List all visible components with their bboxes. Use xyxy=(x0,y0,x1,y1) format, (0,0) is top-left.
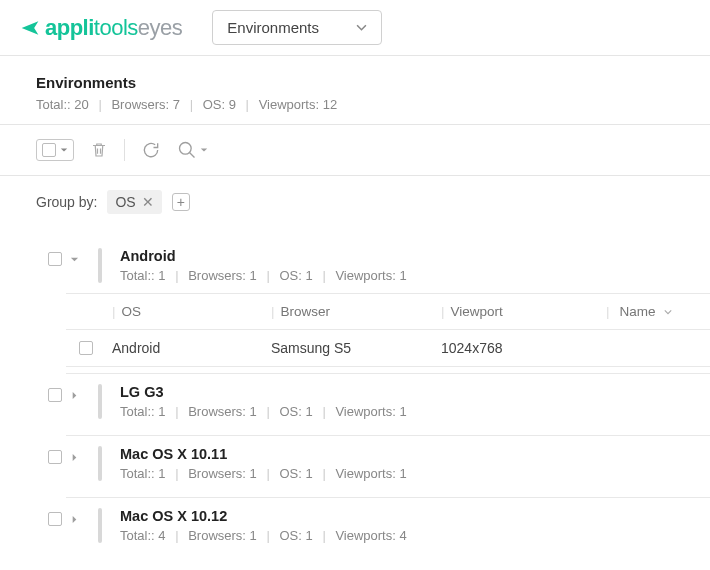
group-header: LG G3 Total:: 1 | Browsers: 1 | OS: 1 | … xyxy=(36,376,710,429)
gs-browsers-label: Browsers: xyxy=(188,466,246,481)
stat-sep: | xyxy=(322,404,325,419)
group-header: Mac OS X 10.12 Total:: 4 | Browsers: 1 |… xyxy=(36,500,710,553)
close-icon[interactable]: ✕ xyxy=(142,194,154,210)
stat-sep: | xyxy=(98,97,101,112)
group-controls xyxy=(48,446,88,464)
gs-os-value: 1 xyxy=(306,268,313,283)
stat-sep: | xyxy=(175,466,178,481)
search-button[interactable] xyxy=(177,140,208,160)
group-stats: Total:: 1 | Browsers: 1 | OS: 1 | Viewpo… xyxy=(120,268,407,283)
group-android: Android Total:: 1 | Browsers: 1 | OS: 1 … xyxy=(36,240,710,374)
refresh-button[interactable] xyxy=(141,140,161,160)
group-checkbox[interactable] xyxy=(48,388,62,402)
group-name: LG G3 xyxy=(120,384,407,400)
chevron-down-icon xyxy=(664,308,672,316)
page-stats: Total:: 20 | Browsers: 7 | OS: 9 | Viewp… xyxy=(36,97,674,112)
cell-viewport: 1024x768 xyxy=(441,340,606,356)
gs-total-value: 1 xyxy=(158,404,165,419)
expand-icon[interactable] xyxy=(70,515,79,524)
expand-icon[interactable] xyxy=(70,453,79,462)
logo-part1: appli xyxy=(45,15,94,40)
group-body: LG G3 Total:: 1 | Browsers: 1 | OS: 1 | … xyxy=(112,384,407,419)
group-divider xyxy=(66,497,710,498)
select-all-combo[interactable] xyxy=(36,139,74,161)
gs-viewports-label: Viewports: xyxy=(335,466,395,481)
gs-viewports-label: Viewports: xyxy=(335,404,395,419)
toolbar xyxy=(0,125,710,176)
gs-browsers-value: 1 xyxy=(250,268,257,283)
group-checkbox[interactable] xyxy=(48,512,62,526)
add-group-button[interactable]: + xyxy=(172,193,190,211)
group-name: Mac OS X 10.11 xyxy=(120,446,407,462)
group-name: Mac OS X 10.12 xyxy=(120,508,407,524)
stat-os-value: 9 xyxy=(229,97,236,112)
gs-os-label: OS: xyxy=(279,268,301,283)
group-checkbox[interactable] xyxy=(48,252,62,266)
group-divider xyxy=(66,435,710,436)
stat-sep: | xyxy=(322,268,325,283)
th-os[interactable]: |OS xyxy=(106,304,271,319)
expand-icon[interactable] xyxy=(70,391,79,400)
group-lg-g3: LG G3 Total:: 1 | Browsers: 1 | OS: 1 | … xyxy=(36,376,710,436)
groupby-chip[interactable]: OS ✕ xyxy=(107,190,161,214)
gs-total-label: Total:: xyxy=(120,466,155,481)
collapse-icon[interactable] xyxy=(70,255,79,264)
nav-dropdown-label: Environments xyxy=(227,19,319,36)
stat-sep: | xyxy=(266,528,269,543)
cell-browser: Samsung S5 xyxy=(271,340,441,356)
group-accent-bar xyxy=(98,384,102,419)
th-viewport[interactable]: |Viewport xyxy=(441,304,606,319)
stat-os-label: OS: xyxy=(203,97,225,112)
stat-sep: | xyxy=(266,404,269,419)
logo-part3: eyes xyxy=(138,15,182,40)
stat-sep: | xyxy=(175,528,178,543)
gs-os-value: 1 xyxy=(306,466,313,481)
logo-mark-icon xyxy=(20,18,40,38)
gs-total-label: Total:: xyxy=(120,268,155,283)
group-name: Android xyxy=(120,248,407,264)
groups-list: Android Total:: 1 | Browsers: 1 | OS: 1 … xyxy=(0,228,710,553)
group-stats: Total:: 4 | Browsers: 1 | OS: 1 | Viewpo… xyxy=(120,528,407,543)
group-header: Mac OS X 10.11 Total:: 1 | Browsers: 1 |… xyxy=(36,438,710,491)
gs-viewports-label: Viewports: xyxy=(335,528,395,543)
group-checkbox[interactable] xyxy=(48,450,62,464)
gs-total-value: 1 xyxy=(158,268,165,283)
nav-dropdown[interactable]: Environments xyxy=(212,10,382,45)
group-divider xyxy=(66,373,710,374)
th-name[interactable]: |Name xyxy=(606,304,710,319)
delete-button[interactable] xyxy=(90,140,108,160)
logo-text: applitoolseyes xyxy=(45,15,182,41)
table-row[interactable]: Android Samsung S5 1024x768 xyxy=(66,329,710,367)
gs-os-label: OS: xyxy=(279,404,301,419)
trash-icon xyxy=(90,140,108,160)
gs-browsers-label: Browsers: xyxy=(188,404,246,419)
groupby-row: Group by: OS ✕ + xyxy=(0,176,710,228)
cell-os: Android xyxy=(106,340,271,356)
chevron-down-icon xyxy=(356,22,367,33)
plus-icon: + xyxy=(177,195,185,209)
gs-browsers-value: 1 xyxy=(250,404,257,419)
group-body: Mac OS X 10.12 Total:: 4 | Browsers: 1 |… xyxy=(112,508,407,543)
gs-total-value: 1 xyxy=(158,466,165,481)
group-accent-bar xyxy=(98,508,102,543)
gs-viewports-value: 1 xyxy=(399,268,406,283)
stat-sep: | xyxy=(175,404,178,419)
stat-total-value: 20 xyxy=(74,97,88,112)
stat-sep: | xyxy=(266,268,269,283)
gs-total-value: 4 xyxy=(158,528,165,543)
gs-browsers-value: 1 xyxy=(250,528,257,543)
stat-browsers-value: 7 xyxy=(173,97,180,112)
gs-os-label: OS: xyxy=(279,528,301,543)
page-title: Environments xyxy=(36,74,674,91)
table-header: |OS |Browser |Viewport |Name xyxy=(66,293,710,329)
select-all-checkbox[interactable] xyxy=(42,143,56,157)
groupby-label: Group by: xyxy=(36,194,97,210)
row-checkbox[interactable] xyxy=(79,341,93,355)
stat-sep: | xyxy=(266,466,269,481)
svg-point-0 xyxy=(180,143,192,155)
gs-os-label: OS: xyxy=(279,466,301,481)
caret-down-icon xyxy=(60,146,68,154)
th-browser[interactable]: |Browser xyxy=(271,304,441,319)
caret-down-icon xyxy=(200,146,208,154)
search-icon xyxy=(177,140,197,160)
